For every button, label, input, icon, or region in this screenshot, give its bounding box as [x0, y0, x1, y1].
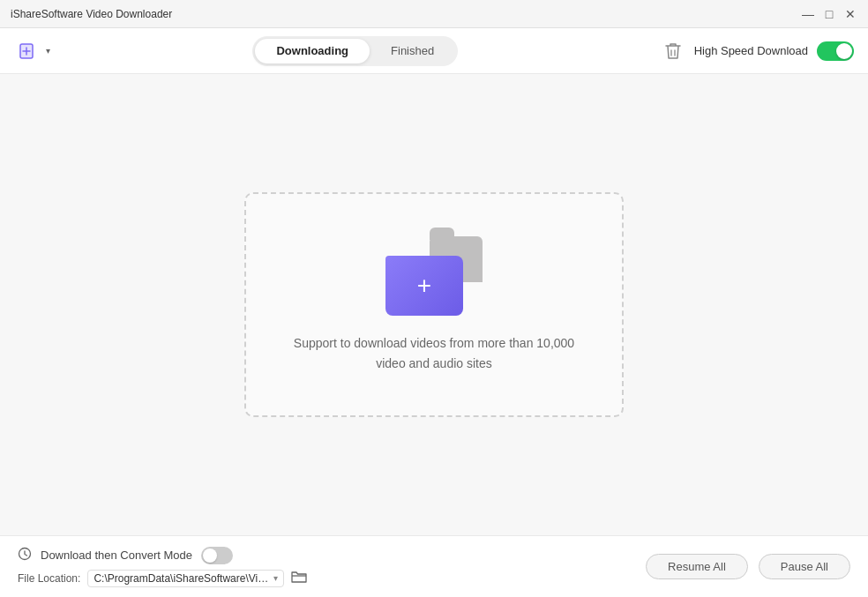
maximize-button[interactable]: □	[822, 7, 836, 21]
folder-illustration: +	[385, 236, 483, 316]
folder-front: +	[385, 256, 463, 316]
tab-switcher: Downloading Finished	[252, 36, 458, 66]
content-area: + Support to download videos from more t…	[0, 74, 868, 535]
minimize-button[interactable]: —	[801, 7, 815, 21]
path-value: C:\ProgramData\iShareSoftware\Video Down…	[94, 572, 270, 585]
main-window: ▾ Downloading Finished High Speed Downlo…	[0, 28, 868, 597]
convert-toggle-knob	[203, 548, 217, 563]
high-speed-toggle[interactable]	[817, 41, 854, 61]
pause-all-button[interactable]: Pause All	[759, 554, 850, 579]
high-speed-label: High Speed Download	[694, 44, 808, 57]
empty-drop-zone: + Support to download videos from more t…	[244, 192, 624, 417]
footer-right: Resume All Pause All	[646, 554, 850, 579]
app-title: iShareSoftware Video Downloader	[11, 8, 801, 20]
footer-left: Download then Convert Mode File Location…	[18, 547, 646, 587]
add-download-button[interactable]	[14, 37, 42, 65]
tab-downloading[interactable]: Downloading	[255, 39, 370, 63]
toolbar-center: Downloading Finished	[50, 36, 661, 66]
toolbar-right: High Speed Download	[661, 39, 854, 63]
empty-state-text: Support to download videos from more tha…	[281, 333, 587, 373]
footer: Download then Convert Mode File Location…	[0, 535, 868, 597]
mode-row: Download then Convert Mode	[18, 547, 646, 564]
close-button[interactable]: ✕	[843, 7, 857, 21]
title-bar: iShareSoftware Video Downloader — □ ✕	[0, 0, 868, 28]
resume-all-button[interactable]: Resume All	[646, 554, 748, 579]
mode-label: Download then Convert Mode	[41, 548, 192, 562]
toolbar-left: ▾	[14, 37, 50, 65]
path-row: File Location: C:\ProgramData\iShareSoft…	[18, 570, 646, 587]
add-download-icon	[19, 41, 38, 61]
open-folder-icon	[291, 570, 307, 584]
convert-mode-toggle[interactable]	[201, 547, 233, 564]
trash-icon	[665, 42, 681, 60]
path-caret-icon: ▾	[273, 573, 278, 583]
folder-plus-icon: +	[417, 273, 431, 298]
path-label: File Location:	[18, 572, 80, 585]
toggle-knob	[836, 43, 852, 59]
open-folder-button[interactable]	[291, 570, 307, 587]
toolbar: ▾ Downloading Finished High Speed Downlo…	[0, 28, 868, 74]
clock-icon	[18, 547, 32, 564]
trash-button[interactable]	[661, 39, 685, 63]
window-controls: — □ ✕	[801, 7, 857, 21]
path-selector[interactable]: C:\ProgramData\iShareSoftware\Video Down…	[87, 570, 284, 587]
tab-finished[interactable]: Finished	[370, 39, 455, 63]
